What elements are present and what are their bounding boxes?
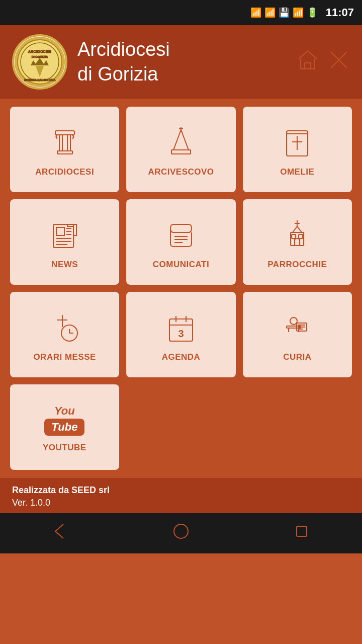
- youtube-icon: You Tube: [44, 405, 84, 436]
- menu-grid: ARCIDIOCESI ARCIVESCOVO: [10, 107, 352, 377]
- arcidiocesi-icon: [47, 125, 82, 160]
- menu-item-arcidiocesi[interactable]: ARCIDIOCESI: [10, 107, 119, 192]
- svg-rect-5: [305, 63, 311, 69]
- menu-grid-wrapper: ARCIDIOCESI ARCIVESCOVO: [0, 99, 362, 478]
- curia-label: CURIA: [283, 352, 311, 362]
- menu-item-curia[interactable]: CURIA: [243, 292, 352, 377]
- header-actions: [297, 49, 350, 75]
- svg-point-47: [290, 317, 297, 325]
- footer-text: Realizzata da: [12, 485, 71, 495]
- home-nav-button[interactable]: [171, 521, 191, 545]
- svg-rect-35: [292, 234, 296, 238]
- orari-messe-label: ORARI MESSE: [33, 352, 96, 362]
- app-title: Arcidiocesidi Gorizia: [77, 37, 287, 87]
- arcivescovo-label: ARCIVESCOVO: [148, 167, 214, 177]
- menu-item-orari-messe[interactable]: ORARI MESSE: [10, 292, 119, 377]
- recents-button[interactable]: [292, 521, 312, 545]
- sd-icon: 💾: [279, 7, 290, 18]
- svg-marker-33: [293, 226, 302, 232]
- footer-brand: SEED srl: [71, 485, 110, 495]
- svg-text:GORISKA NADSKOFIJA: GORISKA NADSKOFIJA: [24, 78, 56, 82]
- battery-icon: 🔋: [307, 7, 318, 18]
- menu-item-agenda[interactable]: 3 AGENDA: [126, 292, 235, 377]
- svg-rect-13: [171, 150, 191, 154]
- agenda-icon: 3: [163, 310, 199, 345]
- bottom-nav: [0, 513, 362, 553]
- parrocchie-label: PARROCCHIE: [267, 260, 327, 270]
- svg-rect-10: [59, 135, 62, 151]
- yt-tube: Tube: [44, 419, 84, 436]
- svg-rect-11: [67, 135, 70, 151]
- main-content: ARCIDIOCESI DI GORIZIA GORISKA NADSKOFIJ…: [0, 25, 362, 513]
- status-icons: 📶 📶 💾 📶 🔋: [250, 7, 318, 18]
- svg-text:3: 3: [178, 328, 184, 339]
- status-bar: 📶 📶 💾 📶 🔋 11:07: [0, 0, 362, 25]
- svg-text:ARCIDIOCESI: ARCIDIOCESI: [28, 50, 51, 53]
- back-button[interactable]: [50, 521, 70, 545]
- wifi-icon: 📶: [264, 7, 276, 18]
- status-time: 11:07: [326, 6, 354, 19]
- news-label: NEWS: [51, 260, 78, 270]
- menu-item-arcivescovo[interactable]: ARCIVESCOVO: [126, 107, 235, 192]
- footer: Realizzata da SEED srl Ver. 1.0.0: [0, 478, 362, 513]
- curia-icon: [280, 310, 315, 345]
- menu-item-youtube[interactable]: You Tube YOUTUBE: [10, 384, 119, 470]
- home-button[interactable]: [297, 49, 319, 75]
- svg-text:DI GORIZIA: DI GORIZIA: [32, 55, 48, 58]
- menu-item-news[interactable]: NEWS: [10, 199, 119, 285]
- agenda-label: AGENDA: [162, 352, 201, 362]
- svg-rect-36: [299, 234, 303, 238]
- footer-version: Ver. 1.0.0: [12, 498, 350, 508]
- parrocchie-icon: [280, 217, 315, 253]
- footer-credit: Realizzata da SEED srl: [12, 485, 350, 496]
- omelie-label: OMELIE: [280, 167, 314, 177]
- menu-item-omelie[interactable]: OMELIE: [243, 107, 352, 192]
- arcidiocesi-label: ARCIDIOCESI: [35, 167, 94, 177]
- svg-rect-56: [297, 526, 307, 536]
- nfc-icon: 📶: [250, 7, 261, 18]
- youtube-label: YOUTUBE: [43, 443, 86, 453]
- menu-item-parrocchie[interactable]: PARROCCHIE: [243, 199, 352, 285]
- menu-item-comunicati[interactable]: COMUNICATI: [126, 199, 235, 285]
- comunicati-label: COMUNICATI: [153, 260, 209, 270]
- omelie-icon: [280, 125, 315, 160]
- news-icon: [47, 217, 82, 253]
- arcivescovo-icon: [163, 125, 199, 160]
- svg-rect-21: [56, 227, 64, 235]
- comunicati-icon: [163, 217, 199, 253]
- signal-icon: 📶: [293, 7, 304, 18]
- close-button[interactable]: [328, 49, 350, 75]
- svg-point-55: [174, 524, 188, 538]
- logo-text: ARCIDIOCESI DI GORIZIA GORISKA NADSKOFIJ…: [15, 37, 65, 87]
- logo: ARCIDIOCESI DI GORIZIA GORISKA NADSKOFIJ…: [12, 34, 67, 90]
- yt-you: You: [54, 405, 75, 418]
- orari-messe-icon: [47, 310, 82, 345]
- svg-rect-9: [55, 131, 74, 135]
- app-header: ARCIDIOCESI DI GORIZIA GORISKA NADSKOFIJ…: [0, 25, 362, 99]
